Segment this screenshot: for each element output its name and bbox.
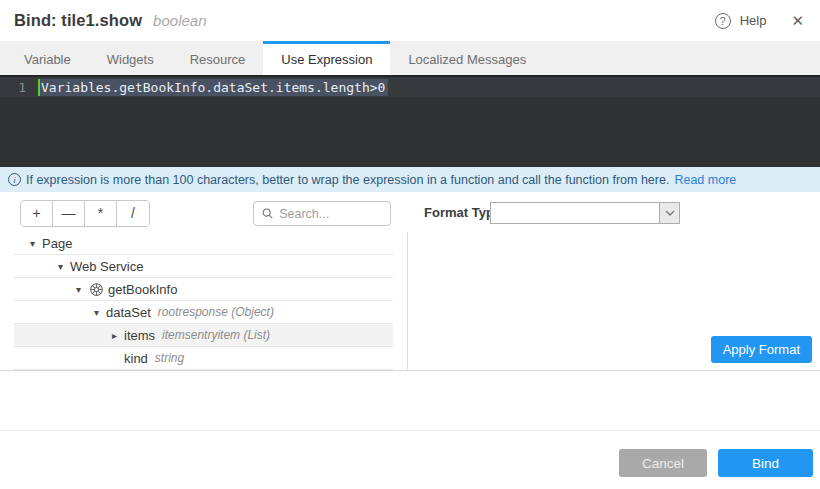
footer-buttons: Cancel Bind xyxy=(619,449,813,477)
apply-format-button[interactable]: Apply Format xyxy=(711,336,812,363)
web-service-icon xyxy=(89,282,104,297)
divide-operator-button[interactable]: / xyxy=(117,201,149,226)
toolbar-row: + — * / Format Type xyxy=(0,192,820,232)
line-number: 1 xyxy=(0,80,38,95)
tree-item-label: items xyxy=(124,328,155,343)
close-icon[interactable]: ✕ xyxy=(791,12,804,30)
tree-item-type: rootresponse (Object) xyxy=(158,305,274,319)
editor-active-line: 1 Variables.getBookInfo.dataSet.items.le… xyxy=(0,77,820,97)
tree-item-dataset[interactable]: ▾ dataSet rootresponse (Object) xyxy=(14,301,393,324)
tree-item-type: itemsentryitem (List) xyxy=(162,328,270,342)
chevron-down-icon[interactable]: ▾ xyxy=(94,307,106,318)
read-more-link[interactable]: Read more xyxy=(674,173,736,187)
tree-item-web-service[interactable]: ▾ Web Service xyxy=(14,255,393,278)
tree-item-type: string xyxy=(155,351,184,365)
tab-resource[interactable]: Resource xyxy=(172,41,264,75)
header-actions: ? Help ✕ xyxy=(715,12,804,30)
search-box[interactable] xyxy=(253,201,391,226)
search-input[interactable] xyxy=(279,207,382,221)
tree-item-page[interactable]: ▾ Page xyxy=(14,232,393,255)
tab-variable[interactable]: Variable xyxy=(6,41,89,75)
minus-operator-button[interactable]: — xyxy=(53,201,85,226)
tab-bar: Variable Widgets Resource Use Expression… xyxy=(0,41,820,75)
variable-tree: ▾ Page ▾ Web Service ▾ xyxy=(0,232,408,370)
help-icon[interactable]: ? xyxy=(715,13,731,29)
search-icon xyxy=(262,207,273,220)
tree-item-kind[interactable]: kind string xyxy=(14,347,393,370)
format-type-select[interactable] xyxy=(490,202,680,224)
info-icon: i xyxy=(8,173,21,186)
tree-item-items[interactable]: ▸ items itemsentryitem (List) xyxy=(14,324,393,347)
multiply-operator-button[interactable]: * xyxy=(85,201,117,226)
content-area: ▾ Page ▾ Web Service ▾ xyxy=(0,232,820,371)
chevron-right-icon[interactable]: ▸ xyxy=(112,330,124,341)
help-link[interactable]: Help xyxy=(740,13,767,28)
cancel-button[interactable]: Cancel xyxy=(619,449,707,477)
plus-operator-button[interactable]: + xyxy=(21,201,53,226)
chevron-down-icon[interactable]: ▾ xyxy=(30,238,42,249)
chevron-down-icon xyxy=(665,210,675,216)
format-type-value xyxy=(491,203,659,223)
info-message: If expression is more than 100 character… xyxy=(26,173,669,187)
expression-text[interactable]: Variables.getBookInfo.dataSet.items.leng… xyxy=(38,80,388,95)
chevron-down-icon[interactable]: ▾ xyxy=(76,284,88,295)
expression-editor[interactable]: 1 Variables.getBookInfo.dataSet.items.le… xyxy=(0,75,820,167)
dialog-header: Bind: tile1.show boolean ? Help ✕ xyxy=(0,0,820,41)
tree-item-label: Web Service xyxy=(70,259,143,274)
tab-widgets[interactable]: Widgets xyxy=(89,41,172,75)
info-bar: i If expression is more than 100 charact… xyxy=(0,167,820,192)
tree-item-label: getBookInfo xyxy=(108,282,177,297)
chevron-down-icon[interactable]: ▾ xyxy=(58,261,70,272)
tree-item-label: Page xyxy=(42,236,72,251)
dialog-footer: Cancel Bind xyxy=(0,430,820,489)
select-chevron-box[interactable] xyxy=(659,203,679,223)
bind-dialog: Bind: tile1.show boolean ? Help ✕ Variab… xyxy=(0,0,820,489)
tab-use-expression[interactable]: Use Expression xyxy=(263,41,390,75)
bind-type-label: boolean xyxy=(153,12,206,29)
bind-button[interactable]: Bind xyxy=(718,449,813,477)
tab-localized-messages[interactable]: Localized Messages xyxy=(390,41,544,75)
format-panel: Apply Format xyxy=(408,232,820,370)
selected-expression[interactable]: Variables.getBookInfo.dataSet.items.leng… xyxy=(38,79,388,96)
operator-button-group: + — * / xyxy=(20,200,150,227)
tree-item-getbookinfo[interactable]: ▾ getBookInfo xyxy=(14,278,393,301)
dialog-title: Bind: tile1.show xyxy=(14,11,142,30)
tree-item-label: kind xyxy=(124,351,148,366)
tree-item-label: dataSet xyxy=(106,305,151,320)
